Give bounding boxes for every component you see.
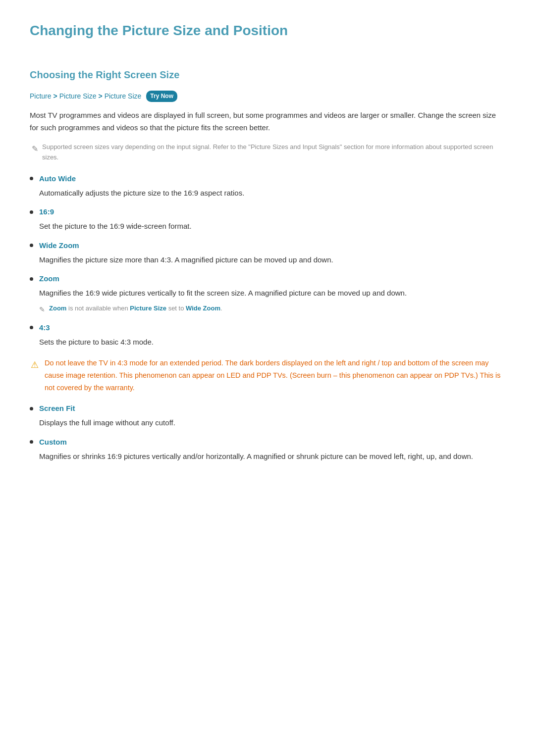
- picture-size-link: Picture Size: [130, 304, 166, 312]
- zoom-sub-note: ✎ Zoom is not available when Picture Siz…: [39, 303, 505, 315]
- zoom-link: Zoom: [49, 304, 66, 312]
- bullet-header: Screen Fit: [30, 403, 505, 414]
- intro-text: Most TV programmes and videos are displa…: [30, 109, 505, 134]
- breadcrumb-item-2[interactable]: Picture Size: [59, 91, 97, 101]
- list-item: Custom Magnifies or shrinks 16:9 picture…: [30, 436, 505, 463]
- bullet-label-auto-wide: Auto Wide: [39, 173, 76, 185]
- bullet-header: Auto Wide: [30, 173, 505, 185]
- bullet-dot: [30, 210, 33, 214]
- wide-zoom-link: Wide Zoom: [186, 304, 220, 312]
- bullet-list-secondary: Screen Fit Displays the full image witho…: [30, 403, 505, 462]
- bullet-desc-43: Sets the picture to basic 4:3 mode.: [30, 336, 505, 349]
- note-block: ✎ Supported screen sizes vary depending …: [30, 142, 505, 163]
- bullet-desc-zoom: Magnifies the 16:9 wide pictures vertica…: [30, 287, 505, 300]
- bullet-label-custom: Custom: [39, 436, 67, 448]
- bullet-desc-auto-wide: Automatically adjusts the picture size t…: [30, 187, 505, 200]
- note-text: Supported screen sizes vary depending on…: [42, 142, 505, 163]
- breadcrumb-item-1[interactable]: Picture: [30, 91, 52, 101]
- bullet-header: Wide Zoom: [30, 240, 505, 252]
- list-item: 4:3 Sets the picture to basic 4:3 mode.: [30, 322, 505, 349]
- bullet-header: 16:9: [30, 206, 505, 218]
- page-title: Changing the Picture Size and Position: [30, 20, 505, 47]
- bullet-list-main: Auto Wide Automatically adjusts the pict…: [30, 173, 505, 349]
- bullet-label-zoom: Zoom: [39, 273, 59, 285]
- bullet-header: Custom: [30, 436, 505, 448]
- list-item: 16:9 Set the picture to the 16:9 wide-sc…: [30, 206, 505, 233]
- breadcrumb-sep-2: >: [98, 91, 102, 101]
- bullet-label-wide-zoom: Wide Zoom: [39, 240, 79, 252]
- bullet-desc-wide-zoom: Magnifies the picture size more than 4:3…: [30, 253, 505, 266]
- pencil-icon: ✎: [32, 143, 38, 155]
- bullet-desc-169: Set the picture to the 16:9 wide-screen …: [30, 220, 505, 233]
- bullet-desc-custom: Magnifies or shrinks 16:9 pictures verti…: [30, 450, 505, 463]
- bullet-label-screen-fit: Screen Fit: [39, 403, 75, 414]
- bullet-dot: [30, 177, 33, 180]
- bullet-desc-screen-fit: Displays the full image without any cuto…: [30, 416, 505, 429]
- list-item: Screen Fit Displays the full image witho…: [30, 403, 505, 429]
- pencil-icon: ✎: [39, 304, 45, 315]
- list-item: Zoom Magnifies the 16:9 wide pictures ve…: [30, 273, 505, 315]
- bullet-label-169: 16:9: [39, 206, 54, 218]
- list-item: Wide Zoom Magnifies the picture size mor…: [30, 240, 505, 266]
- bullet-dot: [30, 440, 33, 444]
- bullet-dot: [30, 407, 33, 410]
- bullet-header: Zoom: [30, 273, 505, 285]
- zoom-sub-note-text: Zoom is not available when Picture Size …: [49, 303, 222, 314]
- breadcrumb: Picture > Picture Size > Picture Size Tr…: [30, 91, 505, 102]
- try-now-badge[interactable]: Try Now: [146, 91, 177, 102]
- bullet-dot: [30, 277, 33, 281]
- bullet-dot: [30, 326, 33, 329]
- warning-icon: ⚠: [31, 358, 39, 372]
- warning-block: ⚠ Do not leave the TV in 4:3 mode for an…: [30, 357, 505, 394]
- section-title: Choosing the Right Screen Size: [30, 62, 505, 83]
- bullet-dot: [30, 244, 33, 247]
- breadcrumb-sep-1: >: [54, 91, 57, 101]
- list-item: Auto Wide Automatically adjusts the pict…: [30, 173, 505, 200]
- bullet-header: 4:3: [30, 322, 505, 334]
- bullet-label-43: 4:3: [39, 322, 50, 334]
- warning-text: Do not leave the TV in 4:3 mode for an e…: [45, 357, 505, 394]
- breadcrumb-item-3[interactable]: Picture Size: [105, 91, 142, 101]
